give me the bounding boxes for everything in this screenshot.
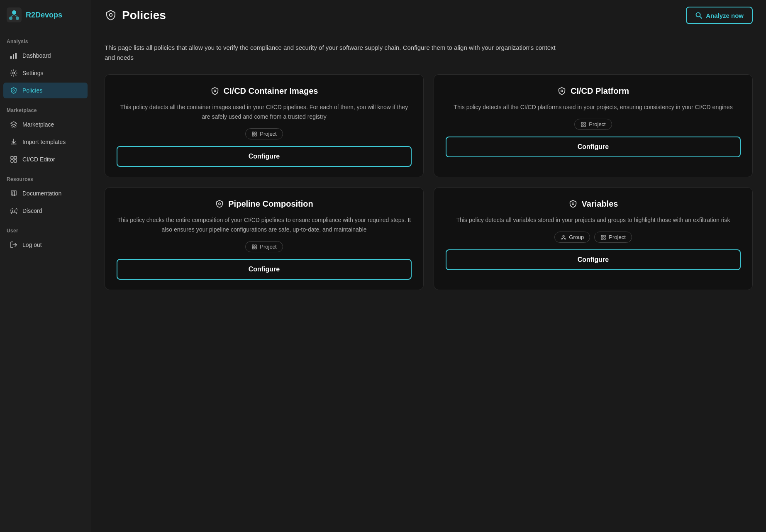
svg-rect-8 [15, 53, 17, 59]
policy-desc-variables: This policy detects all variables stored… [446, 215, 741, 225]
sidebar-section-user: User [0, 220, 91, 236]
svg-rect-21 [255, 132, 256, 134]
configure-button-pipeline-composition[interactable]: Configure [117, 259, 412, 280]
download-icon [10, 138, 17, 146]
page-header: Policies Analyze now [91, 0, 766, 31]
policy-title-pipeline-composition: Pipeline Composition [117, 199, 412, 209]
header-left: Policies [105, 9, 166, 22]
svg-rect-25 [581, 122, 583, 124]
logo: R2Devops [0, 0, 91, 30]
book-icon [10, 190, 17, 197]
svg-rect-7 [13, 54, 14, 59]
shield-check-icon-3 [215, 200, 224, 209]
policy-title-cicd-container-images: CI/CD Container Images [117, 86, 412, 96]
svg-rect-26 [584, 122, 585, 124]
gear-icon [10, 69, 17, 77]
configure-button-cicd-container-images[interactable]: Configure [117, 146, 412, 167]
svg-point-16 [14, 210, 15, 212]
tag-project-2: Project [574, 119, 612, 130]
policy-desc-pipeline-composition: This policy checks the entire compositio… [117, 215, 412, 234]
configure-button-cicd-platform[interactable]: Configure [446, 137, 741, 157]
shield-icon [10, 87, 17, 94]
sidebar-item-documentation[interactable]: Documentation [3, 185, 88, 201]
svg-point-3 [16, 17, 19, 20]
policies-grid: CI/CD Container Images This policy detec… [105, 74, 753, 290]
sidebar-section-marketplace: Marketplace [0, 99, 91, 116]
svg-rect-28 [584, 125, 585, 127]
project-icon-1 [251, 131, 257, 137]
svg-rect-23 [255, 134, 256, 136]
layers-icon [10, 121, 17, 128]
svg-rect-12 [14, 156, 17, 159]
shield-check-icon-2 [557, 87, 566, 96]
discord-icon [10, 207, 17, 215]
tag-project-3: Project [245, 241, 283, 252]
policy-card-variables: Variables This policy detects all variab… [434, 187, 753, 290]
sidebar-item-dashboard-label: Dashboard [22, 52, 51, 59]
tag-project-1: Project [245, 128, 283, 139]
main-content: Policies Analyze now This page lists all… [91, 0, 766, 532]
sidebar-item-discord[interactable]: Discord [3, 203, 88, 219]
policy-tags-cicd-container-images: Project [117, 128, 412, 139]
svg-point-34 [572, 203, 574, 205]
sidebar-item-settings[interactable]: Settings [3, 65, 88, 81]
svg-rect-39 [604, 235, 605, 237]
svg-rect-13 [11, 160, 13, 162]
policy-tags-cicd-platform: Project [446, 119, 741, 130]
analyze-now-button[interactable]: Analyze now [686, 7, 753, 24]
sidebar-item-import-templates[interactable]: Import templates [3, 134, 88, 150]
page-header-shield-icon [105, 9, 117, 22]
svg-rect-38 [601, 235, 603, 237]
svg-point-19 [214, 90, 216, 92]
policy-card-cicd-container-images: CI/CD Container Images This policy detec… [105, 74, 424, 177]
shield-check-icon-1 [210, 87, 220, 96]
sidebar-section-analysis: Analysis [0, 30, 91, 47]
page-content: This page lists all policies that allow … [91, 31, 766, 532]
svg-rect-0 [7, 7, 22, 22]
svg-point-35 [563, 235, 564, 237]
analyze-button-label: Analyze now [706, 12, 744, 19]
sidebar-item-dashboard[interactable]: Dashboard [3, 48, 88, 63]
sidebar-item-discord-label: Discord [22, 207, 42, 214]
project-icon-2 [581, 122, 586, 127]
svg-point-10 [13, 90, 15, 91]
sidebar-item-marketplace-label: Marketplace [22, 121, 54, 128]
svg-point-29 [219, 203, 221, 205]
logout-icon [10, 241, 17, 249]
tag-group-4: Group [554, 232, 590, 243]
svg-point-2 [9, 17, 12, 20]
policy-title-cicd-platform: CI/CD Platform [446, 86, 741, 96]
policy-desc-cicd-platform: This policy detects all the CI/CD platfo… [446, 102, 741, 112]
search-icon [695, 12, 703, 19]
sidebar-section-resources: Resources [0, 168, 91, 185]
svg-rect-41 [604, 238, 605, 239]
sidebar-item-cicd-editor-label: CI/CD Editor [22, 156, 55, 163]
sidebar: R2Devops Analysis Dashboard Settings Pol… [0, 0, 91, 532]
svg-point-17 [110, 14, 112, 17]
svg-rect-6 [10, 56, 12, 59]
svg-point-1 [12, 10, 16, 15]
svg-rect-27 [581, 125, 583, 127]
sidebar-item-marketplace[interactable]: Marketplace [3, 117, 88, 132]
policy-tags-pipeline-composition: Project [117, 241, 412, 252]
sidebar-item-logout-label: Log out [22, 242, 42, 248]
policy-tags-variables: Group Project [446, 232, 741, 243]
svg-rect-33 [255, 247, 256, 249]
sidebar-item-import-templates-label: Import templates [22, 139, 66, 145]
svg-rect-11 [11, 156, 13, 159]
configure-button-variables[interactable]: Configure [446, 249, 741, 270]
svg-point-24 [561, 90, 563, 92]
sidebar-item-logout[interactable]: Log out [3, 237, 88, 253]
page-description: This page lists all policies that allow … [105, 43, 561, 63]
logo-text: R2Devops [26, 11, 62, 20]
svg-point-15 [12, 210, 13, 212]
group-icon-4 [561, 234, 566, 240]
sidebar-item-policies[interactable]: Policies [3, 83, 88, 98]
policy-desc-cicd-container-images: This policy detects all the container im… [117, 102, 412, 122]
bar-chart-icon [10, 52, 17, 59]
sidebar-item-cicd-editor[interactable]: CI/CD Editor [3, 151, 88, 167]
tag-project-4: Project [594, 232, 632, 243]
sidebar-item-documentation-label: Documentation [22, 190, 61, 197]
page-title: Policies [122, 9, 166, 22]
svg-rect-40 [601, 238, 603, 239]
